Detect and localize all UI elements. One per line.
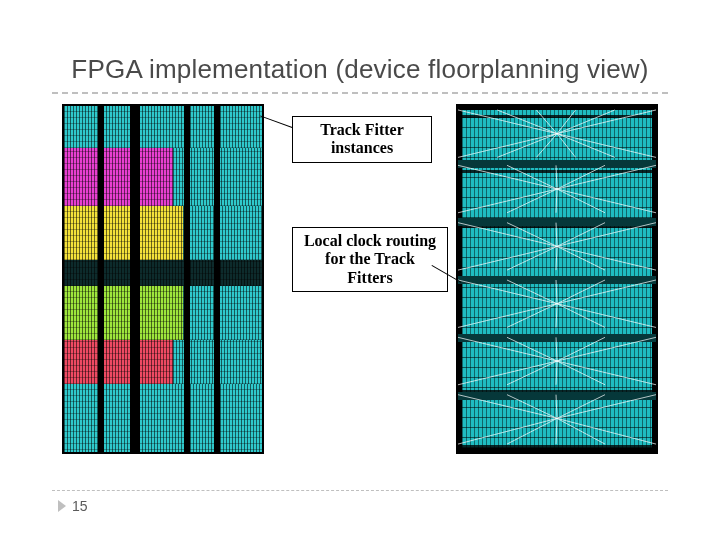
- svg-line-50: [557, 361, 605, 385]
- svg-line-61: [557, 418, 656, 444]
- svg-line-45: [557, 337, 605, 361]
- svg-line-16: [557, 165, 656, 189]
- leader-to-left-floorplan: [260, 115, 292, 128]
- svg-line-0: [458, 110, 557, 134]
- svg-line-17: [458, 189, 557, 213]
- label-local-clock-routing: Local clock routing for the Track Fitter…: [292, 227, 448, 292]
- svg-line-31: [557, 246, 656, 270]
- svg-line-55: [557, 395, 605, 419]
- svg-line-25: [557, 223, 605, 247]
- label-track-fitter-instances: Track Fitter instances: [292, 116, 432, 163]
- svg-line-12: [458, 165, 557, 189]
- svg-line-24: [556, 223, 557, 247]
- svg-line-23: [507, 223, 557, 247]
- page-number-text: 15: [72, 498, 88, 514]
- svg-line-51: [557, 361, 656, 385]
- svg-line-41: [557, 304, 656, 328]
- svg-line-52: [458, 395, 557, 419]
- svg-line-22: [458, 223, 557, 247]
- svg-line-21: [557, 189, 656, 213]
- clock-routing-fans: [458, 106, 656, 452]
- svg-line-2: [536, 110, 557, 134]
- svg-line-59: [556, 418, 557, 444]
- svg-line-36: [557, 280, 656, 304]
- svg-line-19: [556, 189, 557, 213]
- svg-line-15: [557, 165, 605, 189]
- svg-line-43: [507, 337, 557, 361]
- floorplan-left: [62, 104, 264, 454]
- svg-line-32: [458, 280, 557, 304]
- svg-line-28: [507, 246, 557, 270]
- svg-line-29: [556, 246, 557, 270]
- svg-line-57: [458, 418, 557, 444]
- svg-line-44: [556, 337, 557, 361]
- slide-title: FPGA implementation (device floorplannin…: [0, 54, 720, 85]
- floorplan-right: [456, 104, 658, 454]
- svg-line-54: [556, 395, 557, 419]
- svg-line-18: [507, 189, 557, 213]
- svg-line-30: [557, 246, 605, 270]
- svg-line-49: [556, 361, 557, 385]
- svg-line-35: [557, 280, 605, 304]
- svg-line-13: [507, 165, 557, 189]
- svg-line-6: [458, 134, 557, 158]
- svg-line-26: [557, 223, 656, 247]
- svg-line-8: [536, 134, 557, 158]
- svg-line-33: [507, 280, 557, 304]
- svg-line-37: [458, 304, 557, 328]
- svg-line-14: [556, 165, 557, 189]
- svg-line-46: [557, 337, 656, 361]
- svg-line-39: [556, 304, 557, 328]
- svg-line-40: [557, 304, 605, 328]
- svg-line-20: [557, 189, 605, 213]
- svg-line-47: [458, 361, 557, 385]
- svg-line-60: [557, 418, 605, 444]
- svg-line-42: [458, 337, 557, 361]
- svg-line-56: [557, 395, 656, 419]
- footer-divider: [52, 490, 668, 491]
- svg-line-48: [507, 361, 557, 385]
- title-divider: [52, 92, 668, 94]
- svg-line-58: [507, 418, 557, 444]
- svg-line-27: [458, 246, 557, 270]
- svg-line-38: [507, 304, 557, 328]
- page-bullet-icon: [58, 500, 66, 512]
- svg-line-53: [507, 395, 557, 419]
- page-number: 15: [58, 498, 88, 514]
- svg-line-34: [556, 280, 557, 304]
